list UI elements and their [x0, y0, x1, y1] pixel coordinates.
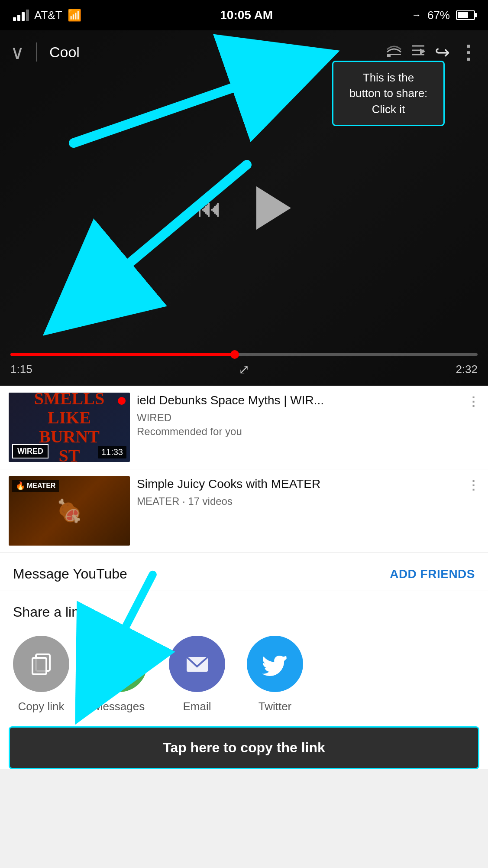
- status-left: AT&T 📶: [13, 9, 81, 22]
- cast-icon[interactable]: [386, 42, 402, 62]
- share-icon[interactable]: ↪: [435, 42, 450, 63]
- video-thumbnail: 🍖 🔥 MEATER: [9, 476, 130, 546]
- svg-rect-10: [32, 658, 46, 674]
- live-indicator: [118, 397, 126, 405]
- video-channel: MEATER · 17 videos: [137, 495, 466, 507]
- skip-back-icon[interactable]: ⏮: [197, 194, 222, 222]
- copy-link-tooltip[interactable]: Tap here to copy the link: [9, 726, 479, 769]
- share-option-twitter[interactable]: Twitter: [247, 636, 303, 713]
- svg-point-15: [122, 661, 125, 665]
- status-bar: AT&T 📶 10:05 AM → 67%: [0, 0, 488, 30]
- video-title: Simple Juicy Cooks with MEATER: [137, 476, 466, 492]
- list-item: SMELLSLIKEBURNTST WIRED 11:33 ield Debun…: [0, 386, 488, 469]
- player-title: Cool: [49, 44, 378, 61]
- progress-bar[interactable]: [10, 353, 478, 356]
- video-player: ▶ ∨ Cool ↪ ⋮ This is the: [0, 30, 488, 386]
- twitter-label: Twitter: [259, 700, 292, 713]
- wired-thumbnail: SMELLSLIKEBURNTST WIRED 11:33: [9, 393, 130, 462]
- player-bottom: 1:15 ⤢ 2:32: [0, 353, 488, 377]
- message-label: Message YouTube: [13, 566, 127, 582]
- duration-badge: 11:33: [98, 446, 126, 458]
- share-option-email[interactable]: Email: [169, 636, 225, 713]
- list-item: 🍖 🔥 MEATER Simple Juicy Cooks with MEATE…: [0, 469, 488, 553]
- more-options-icon[interactable]: ⋮: [459, 41, 478, 63]
- status-right: → 67%: [412, 9, 475, 22]
- progress-fill: [10, 353, 235, 356]
- battery-percent: 67%: [427, 9, 450, 22]
- fullscreen-icon[interactable]: ⤢: [239, 362, 249, 377]
- video-meta: Recommended for you: [137, 426, 466, 438]
- copy-link-label: Copy link: [18, 700, 65, 713]
- location-icon: →: [412, 10, 421, 21]
- svg-point-13: [113, 661, 116, 665]
- share-sheet: Message YouTube ADD FRIENDS Share a link…: [0, 553, 488, 769]
- play-button[interactable]: [256, 186, 291, 230]
- copy-link-icon: [13, 636, 69, 692]
- svg-marker-5: [420, 49, 425, 55]
- video-channel: WIRED: [137, 412, 466, 424]
- share-tooltip-text: This is the button to share: Click it: [349, 71, 428, 116]
- video-thumbnail: SMELLSLIKEBURNTST WIRED 11:33: [9, 393, 130, 462]
- recommended-list: SMELLSLIKEBURNTST WIRED 11:33 ield Debun…: [0, 386, 488, 553]
- time-total: 2:32: [456, 363, 478, 376]
- video-info: Simple Juicy Cooks with MEATER MEATER · …: [137, 476, 479, 509]
- chevron-down-icon[interactable]: ∨: [10, 41, 24, 63]
- share-option-copy-link[interactable]: Copy link: [13, 636, 69, 713]
- video-info: ield Debunks Space Myths | WIR... WIRED …: [137, 393, 479, 438]
- title-divider: [36, 42, 37, 62]
- carrier-label: AT&T: [34, 9, 62, 22]
- queue-icon[interactable]: [410, 42, 426, 62]
- time-row: 1:15 ⤢ 2:32: [10, 362, 478, 377]
- time-current: 1:15: [10, 363, 32, 376]
- share-link-section: Share a link Copy link: [0, 591, 488, 722]
- email-label: Email: [183, 700, 211, 713]
- share-option-messages[interactable]: Messages: [91, 636, 147, 713]
- share-tooltip: This is the button to share: Click it: [332, 61, 445, 126]
- messages-label: Messages: [94, 700, 145, 713]
- progress-dot: [230, 350, 239, 359]
- messages-icon: [91, 636, 147, 692]
- signal-bars: [13, 10, 29, 21]
- email-icon: [169, 636, 225, 692]
- more-options-icon[interactable]: ⋮: [467, 478, 479, 492]
- svg-point-14: [117, 661, 121, 665]
- wifi-icon: 📶: [68, 9, 81, 22]
- share-icons-row: Copy link Messages: [13, 636, 475, 713]
- share-link-label: Share a link: [13, 604, 475, 620]
- svg-rect-1: [387, 54, 391, 57]
- status-time: 10:05 AM: [220, 8, 273, 22]
- video-title: ield Debunks Space Myths | WIR...: [137, 393, 466, 408]
- twitter-icon: [247, 636, 303, 692]
- channel-badge: 🔥 MEATER: [12, 480, 59, 492]
- copy-tooltip-text: Tap here to copy the link: [163, 740, 325, 755]
- meater-thumbnail: 🍖 🔥 MEATER: [9, 476, 130, 546]
- player-controls: ⏮: [197, 186, 291, 230]
- channel-badge: WIRED: [12, 444, 48, 458]
- message-row: Message YouTube ADD FRIENDS: [0, 553, 488, 591]
- battery: [456, 10, 475, 20]
- add-friends-button[interactable]: ADD FRIENDS: [390, 567, 475, 581]
- more-options-icon[interactable]: ⋮: [467, 394, 479, 409]
